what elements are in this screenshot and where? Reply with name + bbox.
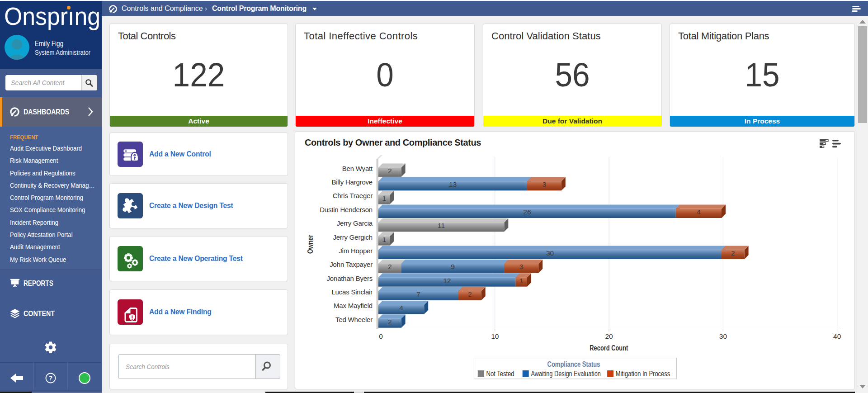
svg-text:30: 30 — [719, 332, 727, 340]
svg-text:1: 1 — [382, 236, 386, 243]
svg-text:13: 13 — [449, 180, 457, 188]
svg-text:9: 9 — [451, 263, 455, 270]
svg-text:1: 1 — [519, 277, 524, 284]
svg-text:7: 7 — [416, 290, 420, 298]
svg-text:Jim Hopper: Jim Hopper — [339, 247, 373, 255]
svg-text:Ted Wheeler: Ted Wheeler — [335, 316, 373, 323]
svg-text:10: 10 — [491, 332, 499, 340]
svg-text:John Taxpayer: John Taxpayer — [330, 260, 373, 268]
svg-text:?: ? — [49, 374, 53, 382]
svg-text:20: 20 — [605, 332, 613, 340]
svg-text:Ben Wyatt: Ben Wyatt — [342, 165, 373, 172]
svg-text:Dustin Henderson: Dustin Henderson — [320, 206, 373, 213]
svg-text:4: 4 — [399, 304, 403, 312]
svg-text:11: 11 — [438, 222, 445, 229]
svg-text:26: 26 — [523, 208, 531, 216]
svg-text:Jerry Garcia: Jerry Garcia — [337, 219, 373, 227]
svg-text:Owner: Owner — [307, 235, 314, 254]
svg-text:Billy Hargrove: Billy Hargrove — [331, 178, 373, 186]
svg-text:Chris Traeger: Chris Traeger — [333, 192, 373, 199]
svg-text:Compliance Status: Compliance Status — [547, 360, 600, 369]
svg-text:2: 2 — [388, 167, 392, 175]
svg-text:3: 3 — [519, 263, 524, 270]
svg-text:Lucas Sinclair: Lucas Sinclair — [331, 288, 373, 296]
svg-text:Mitigation In Process: Mitigation In Process — [616, 369, 670, 378]
svg-text:Not Tested: Not Tested — [486, 369, 514, 378]
svg-text:Jerry Gergich: Jerry Gergich — [333, 233, 373, 241]
svg-text:Record Count: Record Count — [590, 344, 628, 352]
svg-text:2: 2 — [388, 263, 392, 270]
svg-text:2: 2 — [468, 290, 472, 298]
svg-text:Jonathan Byers: Jonathan Byers — [327, 275, 373, 282]
svg-text:4: 4 — [697, 208, 701, 216]
svg-text:3: 3 — [542, 180, 547, 188]
svg-text:1: 1 — [382, 194, 386, 202]
svg-text:Awaiting Design Evaluation: Awaiting Design Evaluation — [531, 369, 601, 378]
svg-text:2: 2 — [388, 318, 392, 326]
svg-text:40: 40 — [833, 332, 841, 340]
svg-text:0: 0 — [379, 332, 383, 340]
svg-text:2: 2 — [731, 249, 735, 257]
svg-text:30: 30 — [546, 249, 554, 257]
svg-text:Max Mayfield: Max Mayfield — [334, 302, 373, 309]
svg-text:12: 12 — [443, 277, 451, 284]
